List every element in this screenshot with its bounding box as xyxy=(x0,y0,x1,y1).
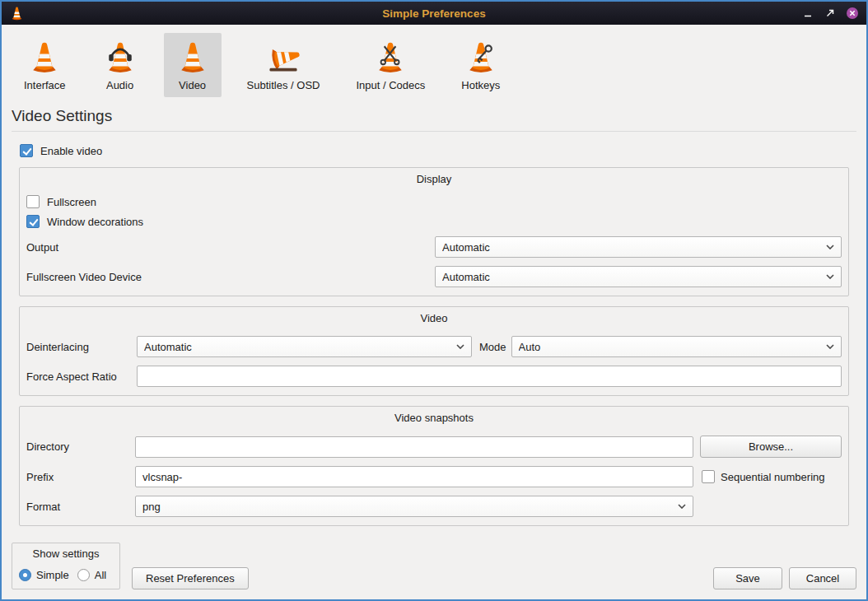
window-decorations-checkbox[interactable] xyxy=(26,215,40,228)
force-aspect-ratio-input[interactable] xyxy=(137,366,842,387)
toolbar-item-label: Hotkeys xyxy=(461,79,500,91)
footer: Show settings Simple All Reset Preferenc… xyxy=(2,543,866,599)
toolbar-item-video[interactable]: Video xyxy=(164,33,222,97)
restore-button[interactable] xyxy=(824,7,837,20)
sequential-numbering-label: Sequential numbering xyxy=(721,471,824,483)
deinterlacing-select[interactable]: Automatic xyxy=(137,336,472,357)
chevron-down-icon xyxy=(826,344,834,349)
display-group-title: Display xyxy=(26,171,842,189)
fullscreen-video-device-label: Fullscreen Video Device xyxy=(26,271,142,283)
vlc-cone-scissors-icon xyxy=(372,40,408,76)
window-title: Simple Preferences xyxy=(2,7,866,20)
dialog-buttons: Save Cancel xyxy=(713,567,856,589)
chevron-down-icon xyxy=(826,245,834,249)
directory-row: Directory Browse... xyxy=(26,436,842,458)
prefix-label: Prefix xyxy=(26,471,135,483)
fullscreen-checkbox[interactable] xyxy=(26,195,40,208)
simple-radio[interactable] xyxy=(19,569,31,581)
chevron-down-icon xyxy=(678,504,686,509)
format-select-value: png xyxy=(142,501,671,513)
mode-select-value: Auto xyxy=(519,341,819,353)
fullscreen-video-device-select[interactable]: Automatic xyxy=(435,266,842,287)
minimize-button[interactable] xyxy=(801,7,814,20)
deinterlacing-select-value: Automatic xyxy=(144,341,450,353)
simple-preferences-window: Simple Preferences Interface xyxy=(0,0,868,601)
chevron-down-icon xyxy=(456,344,464,349)
directory-input[interactable] xyxy=(135,436,693,458)
toolbar-item-label: Audio xyxy=(106,79,133,91)
toolbar-item-label: Input / Codecs xyxy=(356,79,425,91)
deinterlacing-row: Deinterlacing Automatic Mode Auto xyxy=(26,336,842,357)
titlebar: Simple Preferences xyxy=(2,2,866,25)
output-row: Output Automatic xyxy=(26,236,842,258)
display-group: Display Fullscreen Window decorations Ou… xyxy=(19,167,849,296)
toolbar-item-interface[interactable]: Interface xyxy=(13,33,77,97)
toolbar-item-label: Subtitles / OSD xyxy=(247,79,320,91)
vlc-cone-headphones-icon xyxy=(102,40,138,76)
sequential-numbering-checkbox[interactable] xyxy=(702,470,715,483)
format-label: Format xyxy=(26,501,135,513)
heading-divider xyxy=(12,131,856,132)
window-decorations-label: Window decorations xyxy=(47,216,143,228)
vlc-cone-video-icon xyxy=(175,40,211,76)
fullscreen-video-device-select-value: Automatic xyxy=(442,271,819,283)
vlc-cone-tilted-icon xyxy=(265,40,301,76)
deinterlacing-label: Deinterlacing xyxy=(26,341,137,353)
category-toolbar: Interface Audio Video xyxy=(2,25,866,100)
video-group-title: Video xyxy=(26,310,842,328)
close-button[interactable] xyxy=(846,7,859,20)
show-settings-group: Show settings Simple All xyxy=(12,543,120,589)
force-aspect-ratio-label: Force Aspect Ratio xyxy=(26,370,137,383)
vlc-cone-icon xyxy=(26,40,63,76)
output-select[interactable]: Automatic xyxy=(435,236,842,258)
fullscreen-video-device-row: Fullscreen Video Device Automatic xyxy=(26,266,842,287)
prefix-input[interactable] xyxy=(135,466,693,487)
toolbar-item-label: Interface xyxy=(24,79,66,91)
toolbar-item-hotkeys[interactable]: Hotkeys xyxy=(450,33,511,97)
chevron-down-icon xyxy=(826,274,834,279)
enable-video-label: Enable video xyxy=(40,145,102,157)
mode-select[interactable]: Auto xyxy=(511,336,842,357)
all-radio-label: All xyxy=(95,569,106,581)
format-select[interactable]: png xyxy=(135,496,693,517)
output-select-value: Automatic xyxy=(442,241,819,254)
fullscreen-label: Fullscreen xyxy=(47,196,96,208)
toolbar-item-label: Video xyxy=(179,79,206,91)
enable-video-row: Enable video xyxy=(20,144,866,157)
page-title: Video Settings xyxy=(12,107,856,125)
toolbar-item-audio[interactable]: Audio xyxy=(91,33,149,97)
cancel-button[interactable]: Cancel xyxy=(789,567,856,589)
output-label: Output xyxy=(26,241,58,254)
save-button[interactable]: Save xyxy=(713,567,782,589)
window-controls xyxy=(801,7,859,20)
enable-video-checkbox[interactable] xyxy=(20,144,33,157)
toolbar-item-input-codecs[interactable]: Input / Codecs xyxy=(345,33,436,97)
fullscreen-row: Fullscreen xyxy=(26,195,842,208)
video-snapshots-group-title: Video snapshots xyxy=(26,410,842,427)
force-aspect-ratio-row: Force Aspect Ratio xyxy=(26,366,842,387)
video-group: Video Deinterlacing Automatic Mode Auto … xyxy=(19,306,849,396)
browse-button[interactable]: Browse... xyxy=(700,436,842,458)
directory-label: Directory xyxy=(26,440,135,453)
vlc-cone-key-icon xyxy=(463,40,499,76)
toolbar-item-subtitles-osd[interactable]: Subtitles / OSD xyxy=(236,33,331,97)
show-settings-title: Show settings xyxy=(19,546,113,563)
simple-radio-label: Simple xyxy=(36,569,69,581)
reset-preferences-button[interactable]: Reset Preferences xyxy=(132,567,249,589)
video-snapshots-group: Video snapshots Directory Browse... Pref… xyxy=(19,406,849,526)
format-row: Format png xyxy=(26,496,842,517)
window-decorations-row: Window decorations xyxy=(26,215,842,228)
show-settings-radios: Simple All xyxy=(19,569,113,581)
all-radio[interactable] xyxy=(77,569,90,581)
prefix-row: Prefix Sequential numbering xyxy=(26,466,842,487)
vlc-app-icon xyxy=(9,6,25,21)
mode-label: Mode xyxy=(479,341,506,353)
